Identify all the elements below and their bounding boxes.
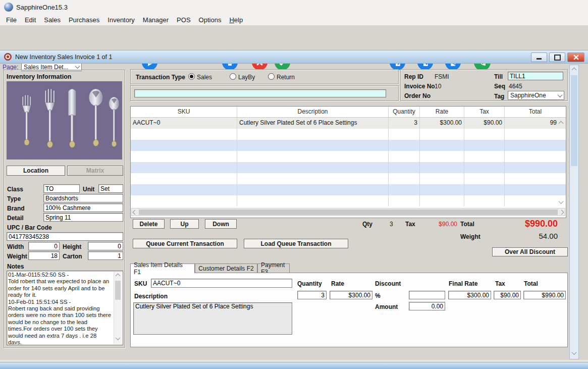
form-tax-field[interactable] [494,291,521,299]
scan-entry-input[interactable] [134,89,386,97]
load-queue-transaction-button[interactable]: Load Queue Transaction [244,239,348,248]
scroll-up-icon[interactable] [572,68,577,73]
h-scrollbar-thumb[interactable] [139,209,558,215]
form-rate-field[interactable] [330,291,372,299]
queue-current-transaction-button[interactable]: Queue Current Transaction [133,239,237,248]
document-window-titlebar[interactable]: New Inventory Sales Invoice 1 of 1 [0,50,588,64]
table-row[interactable]: AACUT~0 Cutlery Silver Plated Set of 6 P… [131,118,566,129]
scroll-left-icon[interactable] [133,209,138,215]
minimize-button[interactable] [531,52,547,62]
menu-options[interactable]: Options [195,16,226,24]
delete-button[interactable]: Delete [133,219,165,229]
menu-help[interactable]: Help [225,16,247,24]
col-sku[interactable]: SKU [131,107,237,117]
qty-total-label: Qty [362,221,372,228]
menu-manager[interactable]: Manager [139,16,173,24]
down-button[interactable]: Down [205,219,237,229]
radio-sales[interactable] [188,73,195,80]
menu-edit[interactable]: Edit [21,16,40,24]
scrollbar-thumb[interactable] [115,281,121,300]
restore-icon [554,55,561,61]
table-row-empty[interactable] [131,140,566,151]
location-button[interactable]: Location [7,166,65,176]
table-row-empty[interactable] [131,184,566,195]
radio-layby[interactable] [230,73,236,80]
col-description[interactable]: Description [237,107,389,117]
form-quantity-label: Quantity [297,280,322,287]
tab-sales-item-details[interactable]: Sales Item Details F1 [130,263,195,273]
radio-layby-label[interactable]: LayBy [238,74,255,81]
inventory-information-panel: Inventory Information [4,70,125,348]
form-quantity-field[interactable] [297,291,327,299]
weight-total-value: 54.00 [497,232,558,240]
menu-inventory[interactable]: Inventory [103,16,138,24]
detail-field[interactable] [43,213,123,222]
notes-scrollbar[interactable] [114,272,122,344]
matrix-button[interactable]: Matrix [67,166,123,176]
invoice-no-label: Invoice No [404,83,435,90]
height-field[interactable] [88,242,123,250]
v-scrollbar-thumb[interactable] [571,75,577,166]
cell-description: Cutlery Silver Plated Set of 6 Place Set… [237,118,389,129]
menu-file[interactable]: File [2,16,21,24]
form-description-field[interactable]: Cutlery Silver Plated Set of 6 Place Set… [133,302,292,335]
scroll-up-icon[interactable] [116,274,121,279]
restore-button[interactable] [549,52,565,62]
seq-value: 4645 [509,83,522,90]
brand-field[interactable] [43,203,123,212]
scan-entry-group [130,85,399,101]
scroll-right-icon[interactable] [559,209,564,215]
rep-id-label: Rep ID [404,73,423,80]
table-row-empty[interactable] [131,195,566,206]
col-rate[interactable]: Rate [420,107,464,117]
main-vertical-scrollbar[interactable] [569,65,579,359]
table-row-empty[interactable] [131,162,566,173]
table-row-empty[interactable] [131,151,566,162]
carton-field[interactable] [88,251,123,260]
form-tax-label: Tax [495,280,505,287]
form-amount-field[interactable] [409,302,445,310]
qty-total-value: 3 [390,221,393,228]
col-total[interactable]: Total [505,107,566,117]
till-label: Till [494,73,503,80]
form-percent-field[interactable] [409,291,445,299]
app-titlebar: SapphireOne15.3 [0,0,588,14]
scroll-down-icon[interactable] [116,335,121,340]
radio-return-label[interactable]: Return [277,74,295,81]
width-field[interactable] [28,242,60,250]
scroll-down-icon[interactable] [572,350,577,355]
col-tax[interactable]: Tax [464,107,505,117]
table-horizontal-scrollbar[interactable] [131,208,565,216]
form-final-rate-field[interactable] [448,291,491,299]
form-sku-field[interactable] [151,279,292,288]
radio-sales-label[interactable]: Sales [197,74,212,81]
overall-discount-button[interactable]: Over All Discount [492,247,568,256]
upc-field[interactable] [7,232,123,241]
notes-text[interactable]: 01-Mar-0115:52:50 SS - Told robert that … [8,272,112,344]
app-title: SapphireOne15.3 [16,4,68,11]
line-items-table: SKU Description Quantity Rate Tax Total … [130,106,566,218]
menu-sales[interactable]: Sales [40,16,65,24]
invoice-no-value: 10 [435,83,441,90]
unit-field[interactable] [98,184,123,193]
tab-customer-details[interactable]: Customer Details F2 [195,263,257,273]
table-row-empty[interactable] [131,129,566,140]
weight-field[interactable] [28,251,60,260]
menu-purchases[interactable]: Purchases [65,16,103,24]
till-field[interactable] [508,72,563,80]
menu-bar: File Edit Sales Purchases Inventory Mana… [0,14,588,26]
class-field[interactable] [43,184,80,193]
window-bottom-frame [0,362,588,369]
tag-select[interactable]: SapphireOne [508,91,564,100]
upc-label: UPC / Bar Code [7,224,52,231]
menu-pos[interactable]: POS [173,16,194,24]
up-button[interactable]: Up [170,219,199,229]
form-total-field[interactable] [523,291,566,299]
close-button[interactable] [567,52,584,62]
cell-rate: $300.00 [420,118,464,129]
table-row-empty[interactable] [131,173,566,184]
type-field[interactable] [43,194,123,202]
radio-return[interactable] [268,73,275,80]
tab-payment[interactable]: Payment F3 [257,263,290,273]
col-quantity[interactable]: Quantity [389,107,420,117]
